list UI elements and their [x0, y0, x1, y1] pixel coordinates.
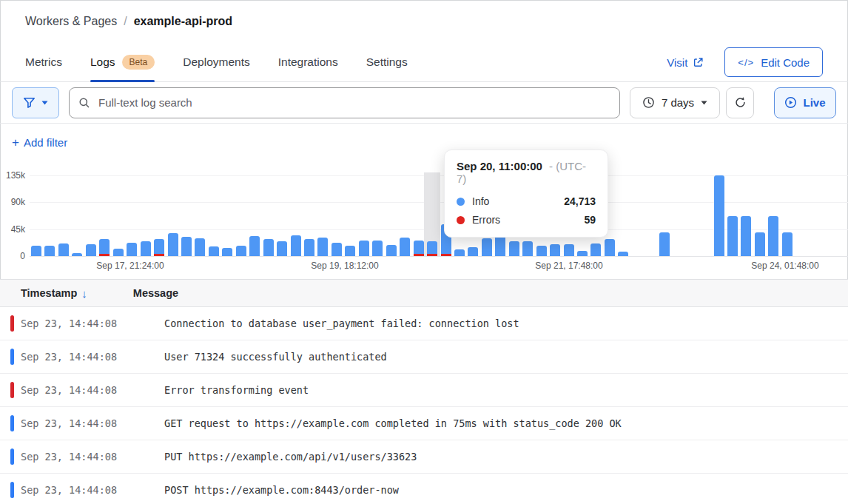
- live-button[interactable]: Live: [774, 87, 836, 118]
- chart-bar[interactable]: [304, 239, 314, 256]
- chart-bar[interactable]: [414, 241, 424, 256]
- chart-bar[interactable]: [141, 241, 151, 256]
- chart-bar[interactable]: [550, 244, 560, 256]
- chart-bar[interactable]: [755, 232, 765, 256]
- chart-bar[interactable]: [195, 238, 205, 256]
- chart-bar[interactable]: [277, 241, 287, 256]
- visit-link[interactable]: Visit: [667, 56, 704, 69]
- chart-bar[interactable]: [564, 244, 574, 256]
- chart-bar[interactable]: [317, 238, 328, 256]
- chart-bar[interactable]: [181, 237, 192, 256]
- refresh-button[interactable]: [726, 87, 754, 118]
- bar-info-segment: [618, 252, 628, 256]
- chart-bar[interactable]: [209, 246, 219, 256]
- chart-bar[interactable]: [99, 239, 110, 256]
- chart-bar[interactable]: [44, 246, 55, 256]
- chart-bar[interactable]: [659, 232, 670, 256]
- chart-bar[interactable]: [236, 246, 246, 256]
- breadcrumb-section[interactable]: Workers & Pages: [25, 15, 117, 28]
- chart-bar[interactable]: [222, 248, 232, 256]
- table-row[interactable]: Sep 23, 14:44:08User 71324 successfully …: [0, 340, 848, 374]
- table-row[interactable]: Sep 23, 14:44:08Connection to database u…: [0, 307, 848, 340]
- chart-bar[interactable]: [741, 216, 751, 256]
- chart-bar[interactable]: [154, 239, 164, 256]
- bar-error-segment: [427, 254, 437, 256]
- table-row[interactable]: Sep 23, 14:44:08GET request to https://e…: [0, 407, 848, 440]
- bar-error-segment: [154, 254, 164, 256]
- bar-info-segment: [209, 246, 219, 256]
- bar-info-segment: [359, 241, 369, 256]
- severity-marker-info: [10, 482, 14, 498]
- sort-descending-icon[interactable]: ↓: [81, 287, 87, 300]
- chart-bar[interactable]: [727, 216, 738, 256]
- log-message: PUT https://example.com/api/v1/users/336…: [164, 451, 417, 463]
- clock-icon: [642, 96, 655, 109]
- chart-bar[interactable]: [577, 251, 588, 256]
- search-input[interactable]: [97, 95, 610, 110]
- chart-bar[interactable]: [372, 241, 383, 256]
- chart-bar[interactable]: [386, 245, 397, 256]
- chart-bar[interactable]: [127, 243, 137, 256]
- chart-bar[interactable]: [113, 249, 124, 256]
- tab-settings[interactable]: Settings: [366, 43, 408, 81]
- bar-info-segment: [345, 246, 355, 256]
- search-icon: [78, 97, 90, 109]
- chart-bar[interactable]: [359, 241, 369, 256]
- tab-label: Settings: [366, 56, 408, 69]
- live-label: Live: [803, 96, 825, 109]
- edit-code-button[interactable]: </> Edit Code: [724, 47, 823, 77]
- chart-bar[interactable]: [86, 244, 96, 256]
- chart-bar[interactable]: [427, 241, 437, 256]
- y-axis-tick: 135k: [0, 170, 25, 181]
- chart-bar[interactable]: [536, 246, 547, 256]
- tab-integrations[interactable]: Integrations: [278, 43, 338, 81]
- table-row[interactable]: Sep 23, 14:44:08POST https://example.com…: [0, 474, 848, 504]
- tooltip-time: Sep 20, 11:00:00: [457, 160, 542, 172]
- chart-bar[interactable]: [590, 243, 601, 256]
- tab-deployments[interactable]: Deployments: [183, 43, 249, 81]
- breadcrumb-separator: /: [124, 15, 127, 28]
- table-row[interactable]: Sep 23, 14:44:08Error transforming event: [0, 374, 848, 407]
- beta-badge: Beta: [122, 55, 155, 70]
- chart-bar[interactable]: [72, 253, 82, 256]
- chart-bar[interactable]: [291, 235, 301, 256]
- chart-bar[interactable]: [522, 241, 533, 256]
- chart-bar[interactable]: [714, 175, 724, 256]
- bar-info-segment: [99, 239, 110, 254]
- chart-bar[interactable]: [468, 247, 478, 256]
- chart-bar[interactable]: [400, 238, 410, 256]
- column-header-timestamp[interactable]: Timestamp ↓: [21, 287, 87, 300]
- chevron-down-icon: [701, 101, 707, 105]
- chart-bar[interactable]: [345, 246, 355, 256]
- y-axis-tick: 0: [0, 251, 25, 261]
- chart-bar[interactable]: [618, 252, 628, 256]
- series-dot-errors: [457, 216, 465, 224]
- chart-bar[interactable]: [509, 241, 519, 256]
- chart-bar[interactable]: [31, 246, 41, 256]
- log-table-header: Timestamp ↓ Message: [0, 279, 848, 307]
- add-filter-button[interactable]: + Add filter: [12, 136, 67, 149]
- chart-bar[interactable]: [58, 243, 69, 256]
- chart-bar[interactable]: [782, 232, 793, 256]
- chart-bar[interactable]: [263, 239, 274, 256]
- bar-info-segment: [31, 246, 41, 256]
- tab-logs[interactable]: LogsBeta: [90, 43, 155, 81]
- chart-bar[interactable]: [454, 249, 465, 256]
- bar-info-segment: [659, 232, 670, 256]
- bar-info-segment: [44, 246, 55, 256]
- tab-metrics[interactable]: Metrics: [25, 43, 62, 81]
- log-volume-chart[interactable]: 135k90k45k0Sep 17, 21:24:00Sep 19, 18:12…: [0, 156, 848, 279]
- chart-bar[interactable]: [249, 236, 260, 256]
- time-range-button[interactable]: 7 days: [630, 87, 720, 118]
- log-search-box[interactable]: [69, 87, 620, 118]
- chart-bar[interactable]: [168, 233, 178, 256]
- filter-menu-button[interactable]: [12, 87, 59, 118]
- bar-info-segment: [522, 241, 533, 256]
- chart-bar[interactable]: [482, 238, 492, 256]
- chart-bar[interactable]: [332, 243, 342, 256]
- bar-info-segment: [154, 239, 164, 254]
- chart-bar[interactable]: [768, 216, 778, 256]
- chart-bar[interactable]: [605, 239, 615, 256]
- column-header-message[interactable]: Message: [133, 287, 178, 299]
- table-row[interactable]: Sep 23, 14:44:08PUT https://example.com/…: [0, 440, 848, 474]
